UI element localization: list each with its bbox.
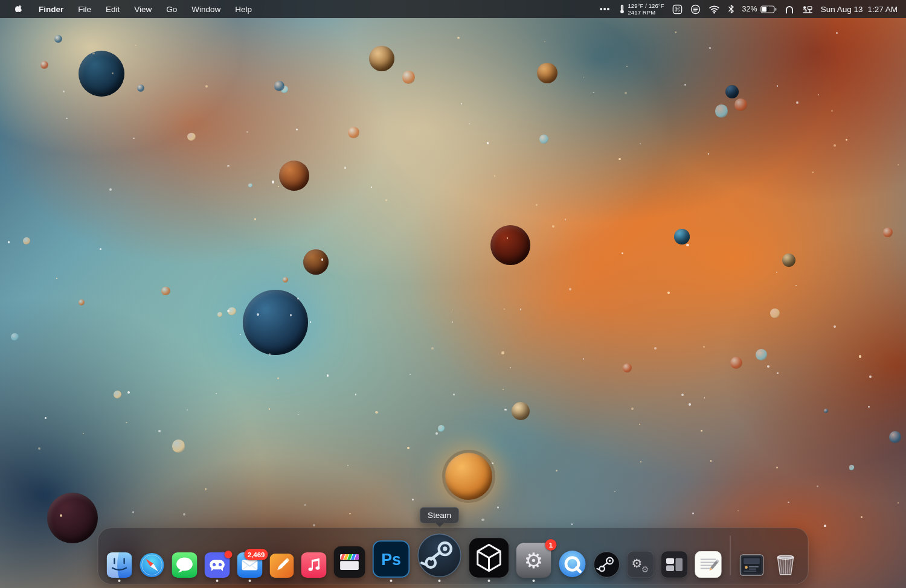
menu-view[interactable]: View: [128, 3, 158, 16]
svg-text:⚙: ⚙: [641, 564, 649, 574]
dock-icon-steam[interactable]: Steam: [417, 533, 462, 578]
window-manager-icon: [661, 551, 688, 578]
dock-icon-textedit[interactable]: [695, 551, 722, 578]
running-indicator: [216, 580, 219, 582]
dock-icon-utilities[interactable]: ⚙ ⚙: [628, 551, 654, 578]
menu-bar: Finder File Edit View Go Window Help •••…: [0, 0, 906, 18]
menu-edit[interactable]: Edit: [100, 3, 126, 16]
dock-icon-photoshop[interactable]: Ps: [373, 540, 410, 578]
running-indicator: [533, 580, 535, 582]
finder-icon: [107, 552, 132, 578]
dock-icon-trash[interactable]: [772, 550, 800, 578]
safari-icon: [140, 552, 165, 578]
trash-icon: [772, 550, 800, 578]
notification-badge: [225, 551, 233, 558]
workspace-icon[interactable]: [802, 5, 813, 14]
running-indicator: [488, 580, 490, 582]
running-indicator: [118, 580, 121, 582]
dock-icon-pencil-app[interactable]: [270, 554, 294, 578]
screenshot-thumbnail: [739, 552, 765, 578]
running-indicator: [390, 580, 393, 582]
photoshop-icon: Ps: [373, 540, 410, 578]
final-cut-icon: [334, 546, 365, 578]
music-icon: [301, 552, 327, 578]
dock-divider: [730, 535, 731, 575]
dock-icon-final-cut-pro[interactable]: [334, 546, 365, 578]
running-indicator: [439, 580, 441, 582]
quicktime-icon: [559, 550, 586, 578]
dock-icon-safari[interactable]: [140, 552, 165, 578]
menu-file[interactable]: File: [72, 3, 97, 16]
command-box-icon[interactable]: ⌘: [672, 4, 683, 14]
menubar-time: 1:27 AM: [867, 5, 898, 14]
dock-icon-quicktime[interactable]: [559, 550, 586, 578]
dock-icon-cube-app[interactable]: [469, 538, 509, 578]
dock-icon-mail[interactable]: 2,469: [237, 552, 263, 578]
unread-count-badge: 2,469: [245, 549, 268, 560]
menu-go[interactable]: Go: [160, 3, 183, 16]
temperature-readout: 129°F / 126°F: [628, 2, 664, 9]
temperature-widget[interactable]: 129°F / 126°F 2417 RPM: [619, 2, 664, 16]
dock-icon-steam-helper[interactable]: [594, 551, 620, 578]
dock-icon-finder[interactable]: [107, 552, 132, 578]
statusbar-overflow-icon[interactable]: •••: [599, 4, 612, 14]
bluetooth-icon[interactable]: [728, 4, 734, 14]
svg-text:⚙: ⚙: [524, 548, 544, 573]
dock: 2,469: [98, 528, 809, 584]
battery-percent: 32%: [742, 5, 757, 13]
list-circle-icon[interactable]: [690, 4, 701, 14]
battery-icon: [760, 5, 777, 13]
cube-app-icon: [469, 538, 509, 578]
menu-window[interactable]: Window: [185, 3, 226, 16]
steam-icon: [417, 533, 462, 578]
dock-tooltip: Steam: [420, 507, 459, 523]
menu-app-name[interactable]: Finder: [33, 3, 69, 16]
apple-menu[interactable]: [8, 2, 30, 16]
dock-icon-window-manager[interactable]: [661, 551, 688, 578]
dock-icon-music[interactable]: [301, 552, 327, 578]
running-indicator: [249, 580, 251, 582]
pencil-app-icon: [270, 554, 294, 578]
update-count-badge: 1: [545, 539, 557, 551]
dock-icon-screenshot-preview[interactable]: [739, 552, 765, 578]
dock-icon-discord[interactable]: [205, 552, 230, 578]
apple-icon: [14, 4, 24, 14]
menu-help[interactable]: Help: [229, 3, 258, 16]
dock-icon-system-settings[interactable]: ⚙ 1: [516, 543, 551, 578]
dock-icon-messages[interactable]: [172, 552, 198, 578]
thermometer-icon: [619, 4, 625, 14]
svg-text:Ps: Ps: [381, 551, 401, 569]
svg-text:⌘: ⌘: [674, 5, 680, 13]
battery-widget[interactable]: 32%: [742, 5, 777, 13]
arch-icon[interactable]: [785, 5, 794, 14]
utilities-gears-icon: ⚙ ⚙: [628, 551, 654, 578]
menubar-clock[interactable]: Sun Aug 13 1:27 AM: [821, 5, 898, 14]
textedit-icon: [695, 551, 722, 578]
wifi-icon[interactable]: [708, 5, 720, 14]
menubar-date: Sun Aug 13: [821, 5, 863, 14]
messages-icon: [172, 552, 198, 578]
steam-helper-icon: [594, 551, 620, 578]
desktop-wallpaper: [0, 0, 906, 588]
fan-rpm-readout: 2417 RPM: [628, 9, 655, 16]
